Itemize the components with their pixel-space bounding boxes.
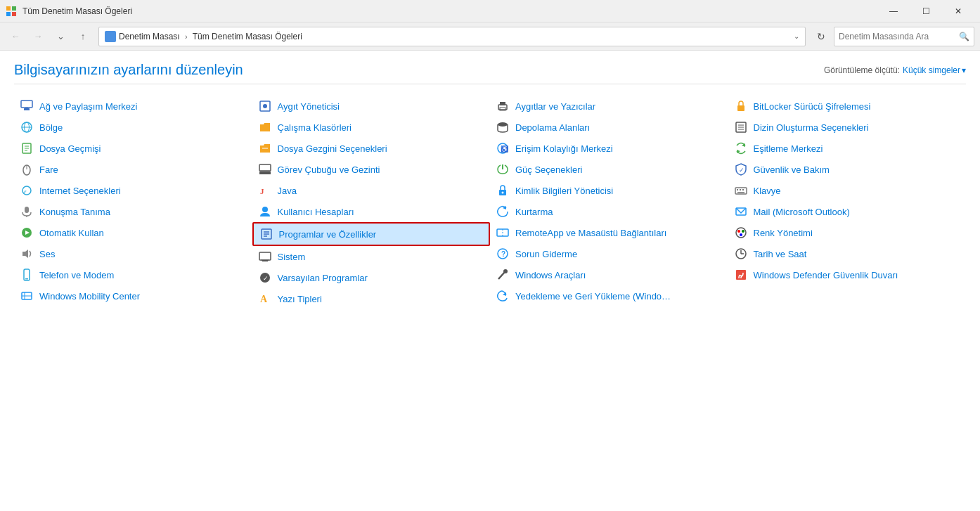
item-label: Dosya Gezgini Seçenekleri (278, 143, 387, 154)
list-item[interactable]: Windows Defender Güvenlik Duvarı (728, 264, 967, 285)
list-item[interactable]: Kullanıcı Hesapları (252, 201, 491, 222)
item-icon-file (20, 141, 34, 155)
item-label: Yazı Tipleri (278, 294, 322, 304)
svg-rect-72 (740, 189, 741, 190)
item-label: Mail (Microsoft Outlook) (754, 207, 850, 217)
address-dropdown-button[interactable]: ⌄ (794, 32, 799, 40)
content-header: Bilgisayarınızın ayarlarını düzenleyin G… (14, 62, 966, 84)
item-icon-mobility (20, 289, 34, 303)
nav-bar: ← → ⌄ ↑ Denetim Masası › Tüm Denetim Mas… (0, 22, 980, 51)
item-label: Depolama Alanları (515, 122, 590, 133)
breadcrumb-root[interactable]: Denetim Masası (119, 32, 180, 41)
item-label: Kullanıcı Hesapları (278, 207, 354, 217)
back-button[interactable]: ← (6, 27, 25, 46)
item-icon-keyboard (734, 183, 748, 198)
list-item[interactable]: Eşitleme Merkezi (728, 138, 967, 159)
list-item[interactable]: Kimlik Bilgileri Yöneticisi (490, 180, 728, 201)
column-3: BitLocker Sürücü ŞifrelemesiDizin Oluştu… (728, 96, 967, 285)
view-control: Görüntüleme ölçütü: Küçük simgeler ▾ (824, 65, 966, 75)
item-icon-system (258, 250, 272, 264)
item-label: RemoteApp ve Masaüstü Bağlantıları (515, 228, 666, 238)
list-item[interactable]: RemoteApp ve Masaüstü Bağlantıları (490, 222, 728, 243)
address-icon (105, 31, 116, 42)
svg-marker-22 (22, 250, 28, 258)
list-item[interactable]: Renk Yönetimi (728, 222, 967, 243)
svg-rect-39 (259, 252, 271, 260)
item-icon-fonts: A (258, 292, 272, 306)
list-item[interactable]: Windows Araçları (490, 264, 728, 285)
list-item[interactable]: ♿Erişim Kolaylığı Merkezi (490, 138, 728, 159)
list-item[interactable]: Yedekleme ve Geri Yükleme (Windo… (490, 285, 728, 306)
svg-text:?: ? (501, 250, 505, 258)
item-icon-sound (20, 247, 34, 261)
list-item[interactable]: Dizin Oluşturma Seçenekleri (728, 117, 967, 138)
list-item[interactable]: Tarih ve Saat (728, 243, 967, 264)
list-item[interactable]: ✓Güvenlik ve Bakım (728, 159, 967, 180)
svg-text:♿: ♿ (501, 145, 509, 153)
view-value-button[interactable]: Küçük simgeler ▾ (903, 65, 966, 75)
list-item[interactable]: Güç Seçenekleri (490, 159, 728, 180)
up-button[interactable]: ↑ (73, 27, 93, 46)
list-item[interactable]: Mail (Microsoft Outlook) (728, 201, 967, 222)
svg-rect-73 (742, 189, 744, 190)
item-icon-folder2 (258, 141, 272, 155)
item-icon-network (20, 99, 34, 113)
item-icon-bitlocker (734, 99, 748, 113)
recent-locations-button[interactable]: ⌄ (51, 27, 70, 46)
list-item[interactable]: Fare (14, 159, 252, 180)
search-input[interactable] (839, 32, 956, 41)
list-item[interactable]: ?Sorun Giderme (490, 243, 728, 264)
list-item[interactable]: Telefon ve Modem (14, 264, 252, 285)
list-item[interactable]: Bölge (14, 117, 252, 138)
svg-rect-32 (259, 164, 271, 171)
item-label: Sorun Giderme (515, 249, 577, 259)
item-label: BitLocker Sürücü Şifrelemesi (754, 101, 871, 112)
minimize-button[interactable]: — (877, 0, 910, 22)
list-item[interactable]: Dosya Gezgini Seçenekleri (252, 138, 491, 159)
list-item[interactable]: Sistem (252, 246, 491, 267)
svg-rect-46 (500, 102, 505, 105)
list-item[interactable]: Dosya Geçmişi (14, 138, 252, 159)
item-icon-storage (496, 120, 510, 134)
maximize-button[interactable]: ☐ (910, 0, 942, 22)
item-label: Kurtarma (515, 207, 553, 217)
item-icon-globe (20, 120, 34, 134)
item-label: Erişim Kolaylığı Merkezi (515, 143, 613, 154)
list-item[interactable]: Ağ ve Paylaşım Merkezi (14, 96, 252, 117)
item-label: Aygıt Yöneticisi (278, 101, 340, 112)
list-item[interactable]: Konuşma Tanıma (14, 201, 252, 222)
item-label: Konuşma Tanıma (39, 207, 110, 217)
list-item[interactable]: Aygıtlar ve Yazıcılar (490, 96, 728, 117)
title-bar-left: Tüm Denetim Masası Ögeleri (6, 6, 132, 17)
list-item[interactable]: Klavye (728, 180, 967, 201)
list-item[interactable]: Aygıt Yöneticisi (252, 96, 491, 117)
list-item[interactable]: BitLocker Sürücü Şifrelemesi (728, 96, 967, 117)
item-icon-credential (496, 183, 510, 198)
item-icon-tools (496, 268, 510, 282)
item-label: Internet Seçenekleri (39, 186, 121, 196)
item-label: Ağ ve Paylaşım Merkezi (39, 101, 137, 112)
item-label: Dosya Geçmişi (39, 143, 101, 154)
list-item[interactable]: ✓Varsayılan Programlar (252, 267, 491, 288)
list-item[interactable]: Depolama Alanları (490, 117, 728, 138)
svg-text:A: A (260, 294, 268, 304)
refresh-button[interactable]: ↻ (811, 27, 831, 46)
list-item[interactable]: Çalışma Klasörleri (252, 117, 491, 138)
list-item[interactable]: AYazı Tipleri (252, 288, 491, 309)
list-item[interactable]: Otomatik Kullan (14, 222, 252, 243)
column-1: Aygıt YöneticisiÇalışma KlasörleriDosya … (252, 96, 491, 309)
list-item[interactable]: Kurtarma (490, 201, 728, 222)
item-label: Tarih ve Saat (754, 249, 807, 259)
item-icon-ie: e (20, 183, 34, 198)
list-item[interactable]: Görev Çubuğu ve Gezinti (252, 159, 491, 180)
list-item[interactable]: Ses (14, 243, 252, 264)
list-item[interactable]: Windows Mobility Center (14, 285, 252, 306)
list-item[interactable]: JJava (252, 180, 491, 201)
item-icon-security: ✓ (734, 162, 748, 176)
list-item[interactable]: Programlar ve Özellikler (252, 222, 491, 246)
item-label: Programlar ve Özellikler (279, 229, 377, 240)
item-label: Otomatik Kullan (39, 228, 104, 238)
list-item[interactable]: eInternet Seçenekleri (14, 180, 252, 201)
close-button[interactable]: ✕ (942, 0, 974, 22)
forward-button[interactable]: → (28, 27, 48, 46)
